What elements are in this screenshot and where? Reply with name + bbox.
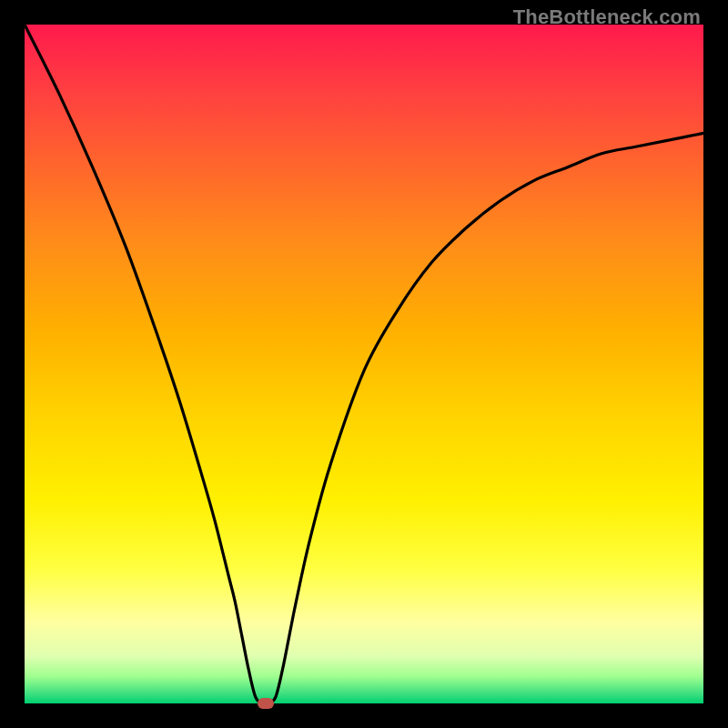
watermark-text: TheBottleneck.com: [513, 5, 701, 29]
curve-layer: [25, 25, 703, 703]
chart-frame: TheBottleneck.com: [0, 0, 728, 728]
optimal-point-marker: [258, 698, 274, 709]
bottleneck-curve: [25, 25, 703, 704]
